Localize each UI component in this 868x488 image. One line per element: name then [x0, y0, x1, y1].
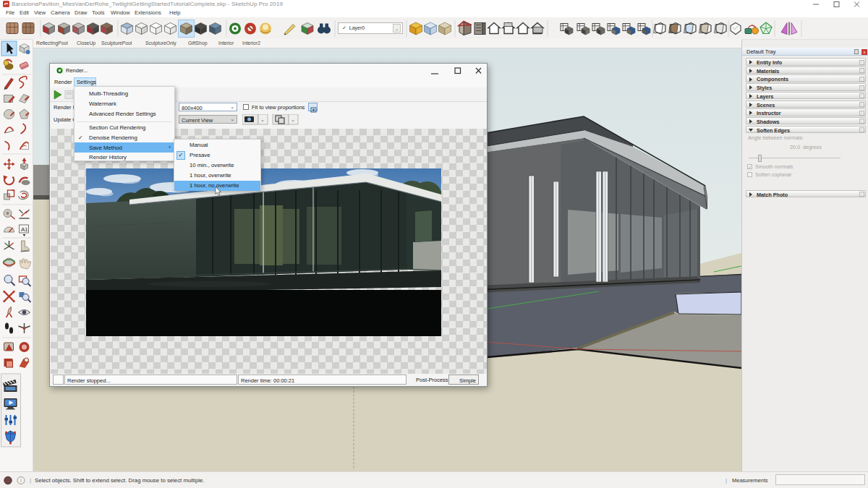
svg-text:⌄: ⌄ [260, 117, 265, 122]
svg-text:A1: A1 [21, 226, 28, 233]
svg-text:⌄: ⌄ [291, 117, 295, 122]
